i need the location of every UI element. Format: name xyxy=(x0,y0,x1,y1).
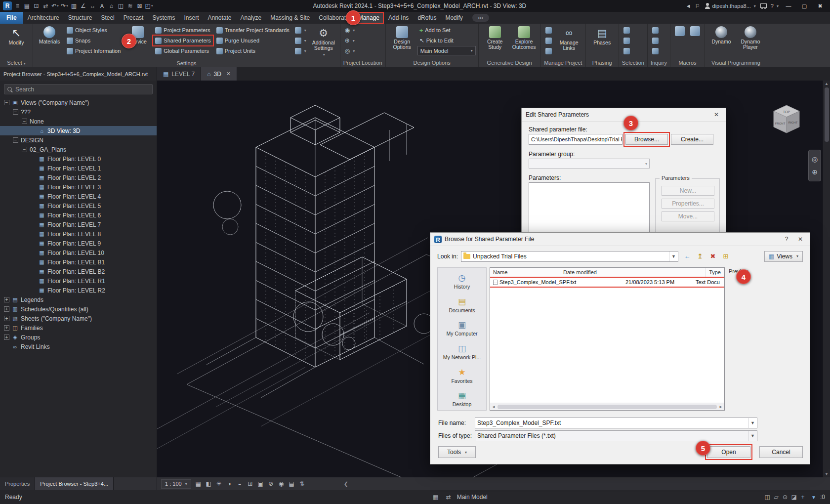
tree-expand-toggle[interactable] xyxy=(4,325,9,331)
tree-expand-toggle[interactable] xyxy=(31,250,36,255)
view-control-icon[interactable] xyxy=(255,479,266,489)
tree-expand-toggle[interactable] xyxy=(31,241,36,246)
dynamo-player-button[interactable]: Dynamo Player xyxy=(737,25,764,51)
browse-dialog-titlebar[interactable]: Browse for Shared Parameter File ? ✕ xyxy=(430,233,810,246)
additional-settings-button[interactable]: Additional Settings ▾ xyxy=(310,25,337,58)
tree-expand-toggle[interactable] xyxy=(31,166,36,171)
tree-expand-toggle[interactable] xyxy=(13,109,18,115)
explore-outcomes-button[interactable]: Explore Outcomes xyxy=(510,25,538,51)
load-selection-button[interactable] xyxy=(622,36,632,45)
ribbon-tab[interactable]: Massing & Site xyxy=(266,12,314,24)
qat-icon[interactable] xyxy=(79,1,88,10)
global-parameters-button[interactable]: Global Parameters xyxy=(153,46,212,56)
object-styles-button[interactable]: Object Styles xyxy=(65,25,123,35)
warnings-button[interactable] xyxy=(650,46,661,56)
tree-item[interactable]: Floor Plan: LEVEL 7 xyxy=(0,220,157,229)
snaps-button[interactable]: Snaps xyxy=(65,36,123,45)
position-button[interactable]: ▾ xyxy=(343,46,357,56)
ribbon-tab[interactable]: Architecture xyxy=(23,12,64,24)
view-control-icon[interactable] xyxy=(287,479,297,489)
tree-expand-toggle[interactable] xyxy=(31,278,36,284)
panel-schedule-templates-button[interactable]: ▾ xyxy=(293,46,308,56)
tree-item[interactable]: Floor Plan: LEVEL 6 xyxy=(0,210,157,220)
decal-types-button[interactable] xyxy=(543,36,554,45)
create-study-button[interactable]: Create Study xyxy=(481,25,509,51)
view-control-icon[interactable] xyxy=(276,479,287,489)
places-item[interactable]: History xyxy=(439,271,485,293)
dialog-toolbar-icon[interactable] xyxy=(681,251,693,262)
active-design-option-label[interactable]: Main Model xyxy=(457,494,488,501)
account-menu[interactable]: dipesh.thapa8... ▾ xyxy=(704,3,756,9)
tree-expand-toggle[interactable] xyxy=(4,100,9,105)
edit-selection-button[interactable] xyxy=(622,46,632,56)
design-options-button[interactable]: Design Options xyxy=(388,25,416,51)
minimize-button[interactable]: — xyxy=(783,3,794,9)
view-control-icon[interactable] xyxy=(193,479,204,489)
project-units-button[interactable]: Project Units xyxy=(214,46,291,56)
view-cube[interactable]: TOP FRONT RIGHT xyxy=(767,100,806,142)
tree-item[interactable]: Floor Plan: LEVEL 9 xyxy=(0,239,157,248)
ribbon-tab[interactable]: File xyxy=(0,12,23,24)
project-browser-tab[interactable]: Project Browser - Step3+4... xyxy=(35,477,114,490)
tree-item[interactable]: Floor Plan: LEVEL R2 xyxy=(0,286,157,295)
design-options-status-icon[interactable]: ⇄ xyxy=(444,494,453,501)
tools-button[interactable]: Tools▾ xyxy=(438,446,476,458)
places-item[interactable]: Desktop xyxy=(439,388,485,410)
view-control-icon[interactable] xyxy=(204,479,214,489)
selection-toggle-icon[interactable] xyxy=(763,494,772,501)
qat-icon[interactable] xyxy=(97,1,107,10)
tree-item[interactable]: Floor Plan: LEVEL 2 xyxy=(0,173,157,182)
dialog-toolbar-icon[interactable] xyxy=(694,251,706,262)
tree-expand-toggle[interactable] xyxy=(31,222,36,227)
filter-icon[interactable] xyxy=(811,494,816,501)
browse-button[interactable]: Browse... xyxy=(625,134,668,145)
shared-parameters-button[interactable]: Shared Parameters xyxy=(153,36,212,45)
element-ids-button[interactable] xyxy=(650,25,661,35)
tree-expand-toggle[interactable] xyxy=(31,156,36,162)
qat-icon[interactable] xyxy=(135,1,144,10)
places-item[interactable]: My Network Pl... xyxy=(439,341,485,363)
properties-button[interactable]: Properties... xyxy=(662,199,714,209)
add-to-set-button[interactable]: Add to Set xyxy=(417,25,476,35)
help-menu[interactable]: ?▾ xyxy=(771,3,779,9)
close-button[interactable]: ✖ xyxy=(814,3,826,9)
tree-item[interactable]: Floor Plan: LEVEL 5 xyxy=(0,201,157,210)
parameter-group-dropdown[interactable]: ▾ xyxy=(529,159,650,168)
tree-item[interactable]: Floor Plan: LEVEL 10 xyxy=(0,248,157,257)
macro-security-button[interactable] xyxy=(688,25,702,37)
tree-item[interactable]: Floor Plan: LEVEL B2 xyxy=(0,267,157,276)
move-button[interactable]: Move... xyxy=(662,211,714,221)
shared-parameter-file-field[interactable]: C:\Users\DipeshThapa\Desktop\Trial Pac xyxy=(529,134,622,145)
tree-item[interactable]: Floor Plan: LEVEL 8 xyxy=(0,229,157,239)
scroll-right-icon[interactable]: ► xyxy=(719,405,723,409)
cancel-button[interactable]: Cancel xyxy=(759,446,803,458)
qat-icon[interactable] xyxy=(88,1,97,10)
ribbon-tab[interactable]: Annotate xyxy=(203,12,236,24)
selection-toggle-icon[interactable] xyxy=(781,494,789,501)
store-cart-icon[interactable] xyxy=(760,3,767,9)
selection-toggle-icon[interactable] xyxy=(798,494,807,501)
ribbon-tab[interactable]: Analyze xyxy=(236,12,266,24)
view-control-icon[interactable] xyxy=(235,479,245,489)
scroll-up-icon[interactable]: ▲ xyxy=(825,82,829,86)
pick-to-edit-button[interactable]: Pick to Edit xyxy=(417,36,476,45)
steering-wheel-icon[interactable]: ◎ xyxy=(812,155,818,163)
horizontal-scrollbar[interactable]: ◄ ► xyxy=(490,403,724,410)
tree-expand-toggle[interactable] xyxy=(22,119,27,124)
revit-logo-icon[interactable] xyxy=(3,1,12,10)
materials-button[interactable]: Materials xyxy=(36,25,63,45)
tree-expand-toggle[interactable] xyxy=(4,306,9,312)
qat-icon[interactable] xyxy=(116,1,125,10)
scroll-left-icon[interactable]: ◄ xyxy=(492,405,496,409)
project-parameters-button[interactable]: Project Parameters xyxy=(153,25,212,35)
project-information-button[interactable]: Project Information xyxy=(65,46,123,56)
tree-expand-toggle[interactable] xyxy=(31,184,36,190)
tree-expand-toggle[interactable] xyxy=(4,335,9,340)
properties-tab[interactable]: Properties xyxy=(0,477,35,490)
places-item[interactable]: Documents xyxy=(439,294,485,316)
tree-item[interactable]: None xyxy=(0,117,157,126)
notification-flag-icon[interactable]: ⚐ xyxy=(695,3,700,9)
collapse-notifications-icon[interactable]: ◄ xyxy=(686,3,691,9)
close-icon[interactable]: ✕ xyxy=(711,111,722,118)
zoom-icon[interactable]: ⊕ xyxy=(812,168,818,176)
